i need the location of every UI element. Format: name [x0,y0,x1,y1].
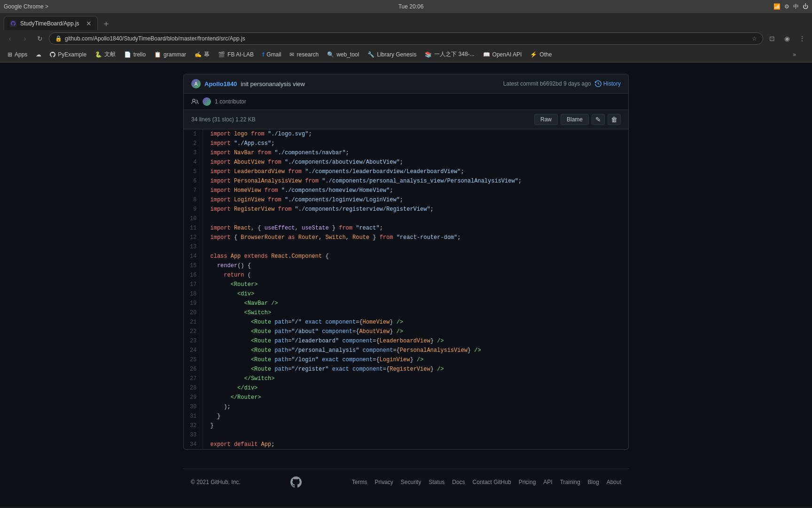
line-number[interactable]: 12 [184,233,203,242]
footer-blog[interactable]: Blog [588,479,599,485]
bookmark-yiren[interactable]: 📖 OpenAI API [479,50,526,59]
line-number[interactable]: 5 [184,167,203,176]
new-tab-button[interactable]: ＋ [100,17,113,30]
line-number[interactable]: 4 [184,158,203,167]
line-number[interactable]: 30 [184,402,203,412]
pyexample-icon: 🐍 [95,51,102,58]
active-tab[interactable]: StudyTimeBoard/App.js ✕ [4,16,98,30]
bookmark-wenxian[interactable]: 📄 trello [120,50,149,59]
line-number[interactable]: 3 [184,148,203,158]
copyright: © 2021 GitHub, Inc. [191,479,241,485]
line-number[interactable]: 17 [184,280,203,289]
delete-icon[interactable]: 🗑 [608,114,621,125]
line-number[interactable]: 11 [184,223,203,233]
line-number[interactable]: 32 [184,421,203,430]
table-row: 24 <Route path="/personal_analysis" comp… [184,346,628,355]
footer-terms[interactable]: Terms [352,479,367,485]
footer-status[interactable]: Status [429,479,445,485]
reload-button[interactable]: ↻ [34,32,46,45]
footer-docs[interactable]: Docs [452,479,465,485]
bookmark-apps[interactable]: ⊞ Apps [4,50,31,59]
table-row: 18 <div> [184,289,628,299]
line-code: ); [203,402,628,412]
line-code: <NavBar /> [203,299,628,308]
line-number[interactable]: 26 [184,365,203,374]
bookmark-webtool[interactable]: 🔧 Library Genesis [364,50,420,59]
table-row: 27 </Switch> [184,374,628,383]
line-number[interactable]: 2 [184,139,203,148]
line-number[interactable]: 23 [184,336,203,346]
footer-api[interactable]: API [543,479,552,485]
line-number[interactable]: 8 [184,195,203,205]
bookmark-apps-label: Apps [15,51,27,58]
tab-favicon [10,20,16,27]
line-number[interactable]: 34 [184,440,203,449]
line-number[interactable]: 13 [184,242,203,252]
bookmark-grammar[interactable]: ✍ 幕 [191,49,213,60]
bookmark-other[interactable] [801,53,808,56]
bookmark-webtool-label: Library Genesis [377,51,416,58]
commit-author[interactable]: Apollo1840 [204,80,237,87]
tab-close-button[interactable]: ✕ [86,20,92,27]
line-number[interactable]: 7 [184,186,203,195]
bookmarks-overflow[interactable]: » [789,50,800,59]
line-number[interactable]: 33 [184,430,203,440]
line-number[interactable]: 6 [184,176,203,186]
footer-security[interactable]: Security [401,479,421,485]
bookmark-openai[interactable]: ⚡ Othe [526,50,555,59]
bookmark-pyexample[interactable]: 🐍 文献 [91,49,119,60]
line-number[interactable]: 31 [184,412,203,421]
edit-icon[interactable]: ✎ [592,114,605,125]
profile-icon[interactable]: ◉ [781,32,793,45]
code-table: 1 import logo from "./logo.svg"; 2 impor… [184,129,628,449]
footer-pricing[interactable]: Pricing [519,479,536,485]
line-code: <Route path="/leaderboard" component={Le… [203,336,628,346]
line-number[interactable]: 22 [184,327,203,336]
line-number[interactable]: 28 [184,383,203,393]
raw-button[interactable]: Raw [534,114,558,125]
extensions-icon[interactable]: ⊡ [766,32,778,45]
bookmark-research[interactable]: 🔍 web_tool [323,50,363,59]
line-number[interactable]: 16 [184,270,203,280]
footer-training[interactable]: Training [560,479,580,485]
footer-contact[interactable]: Contact GitHub [473,479,511,485]
line-number[interactable]: 25 [184,355,203,365]
os-bar-clock: Tue 20:06 [398,3,424,10]
bookmark-jmu[interactable]: 🎬 FB AI-LAB [214,50,258,59]
blame-button[interactable]: Blame [561,114,589,125]
address-bar[interactable]: 🔒 github.com/Apollo1840/StudyTimeBoard/b… [49,32,763,45]
line-number[interactable]: 18 [184,289,203,299]
line-number[interactable]: 20 [184,308,203,318]
table-row: 26 <Route path="/register" exact compone… [184,365,628,374]
line-number[interactable]: 27 [184,374,203,383]
line-number[interactable]: 29 [184,393,203,402]
line-code: <Route path="/about" component={AboutVie… [203,327,628,336]
bookmark-github[interactable]: PyExample [46,50,90,59]
bookmark-trello[interactable]: 📋 grammar [150,50,190,59]
line-number[interactable]: 14 [184,252,203,261]
line-number[interactable]: 15 [184,261,203,270]
footer-about[interactable]: About [607,479,621,485]
bookmark-fbailab[interactable]: f Gmail [258,50,285,59]
history-link[interactable]: History [595,80,621,87]
line-code: </Switch> [203,374,628,383]
line-number[interactable]: 10 [184,214,203,223]
footer-privacy[interactable]: Privacy [375,479,393,485]
bookmark-yun[interactable]: ☁ [32,50,45,59]
back-button: ‹ [4,32,16,45]
bookmark-star-icon[interactable]: ☆ [752,35,757,42]
line-number[interactable]: 1 [184,129,203,139]
line-number[interactable]: 24 [184,346,203,355]
menu-icon[interactable]: ⋮ [796,32,808,45]
power-icon[interactable]: ⏻ [803,3,808,10]
line-number[interactable]: 19 [184,299,203,308]
url-display[interactable]: github.com/Apollo1840/StudyTimeBoard/blo… [65,35,749,42]
line-number[interactable]: 21 [184,318,203,327]
bookmark-libgen[interactable]: 📚 一人之下 348-... [421,49,478,60]
line-number[interactable]: 9 [184,205,203,214]
bookmark-openai-label: Othe [539,51,552,58]
settings-icon[interactable]: ⚙ [784,3,789,10]
line-code [203,242,628,252]
bookmark-gmail[interactable]: ✉ research [286,50,322,59]
table-row: 25 <Route path="/login" exact component=… [184,355,628,365]
